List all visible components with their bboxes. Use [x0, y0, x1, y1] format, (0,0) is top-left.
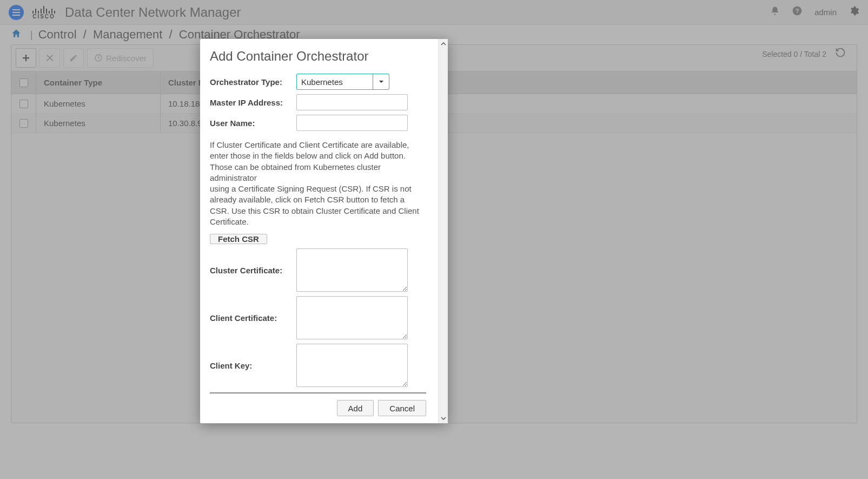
orchestrator-type-value: Kubernetes [297, 74, 373, 89]
label-orch-type: Orchestrator Type: [210, 77, 296, 87]
label-user-name: User Name: [210, 119, 296, 128]
user-name-input[interactable] [296, 115, 408, 131]
cluster-cert-textarea[interactable] [296, 248, 408, 292]
modal-cancel-button[interactable]: Cancel [378, 400, 426, 416]
chevron-down-icon [441, 416, 446, 421]
help-text-1: If Cluster Certificate and Client Certif… [210, 140, 426, 183]
modal-add-button[interactable]: Add [337, 400, 374, 416]
modal-title: Add Container Orchestrator [210, 49, 426, 64]
modal-divider [210, 392, 426, 393]
master-ip-input[interactable] [296, 94, 408, 110]
label-cluster-cert: Cluster Certificate: [210, 266, 296, 275]
help-text-2: using a Certificate Signing Request (CSR… [210, 183, 426, 227]
client-cert-textarea[interactable] [296, 296, 408, 339]
fetch-csr-button[interactable]: Fetch CSR [210, 234, 267, 244]
orchestrator-type-select[interactable]: Kubernetes [296, 74, 389, 90]
chevron-up-icon [441, 41, 446, 47]
select-caret [373, 74, 389, 89]
scroll-up-arrow[interactable] [439, 39, 448, 49]
label-master-ip: Master IP Address: [210, 98, 296, 107]
scroll-down-arrow[interactable] [439, 414, 448, 423]
label-client-key: Client Key: [210, 361, 296, 370]
add-orchestrator-modal: Add Container Orchestrator Orchestrator … [200, 39, 448, 423]
label-client-cert: Client Certificate: [210, 313, 296, 323]
modal-scrollbar[interactable] [438, 39, 448, 423]
client-key-textarea[interactable] [296, 344, 408, 387]
caret-down-icon [379, 79, 384, 84]
